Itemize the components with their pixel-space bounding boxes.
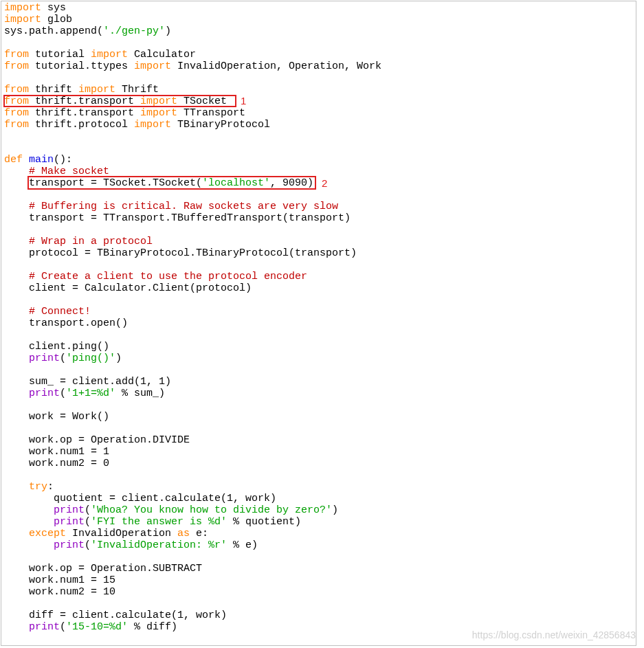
- annotation-2: 2: [322, 177, 327, 189]
- code-block: import sys import glob sys.path.append('…: [1, 1, 636, 646]
- watermark: https://blog.csdn.net/weixin_42856843: [472, 629, 636, 641]
- annotation-1: 1: [241, 95, 246, 107]
